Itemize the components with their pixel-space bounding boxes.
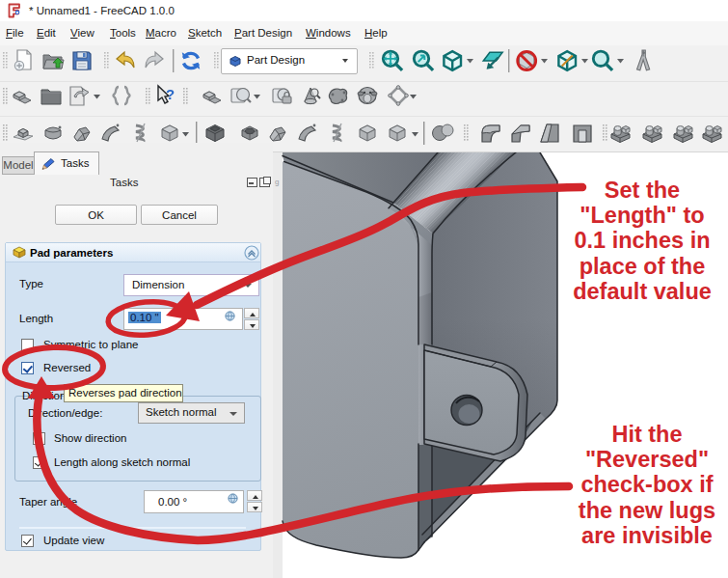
svg-text:g: g xyxy=(275,178,279,186)
svg-text:?: ? xyxy=(166,86,175,102)
